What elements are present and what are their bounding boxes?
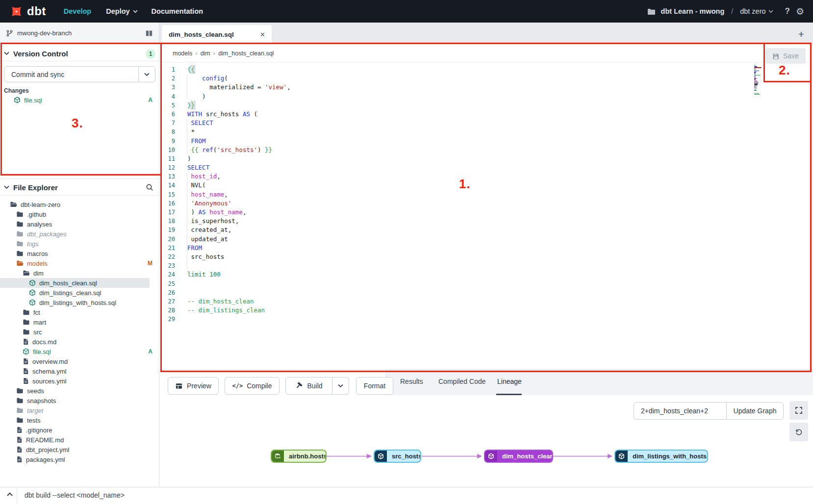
lineage-node-src-hosts[interactable]: src_hosts (374, 450, 421, 463)
dbt-logo[interactable]: dbt (10, 4, 46, 18)
tree-item-models[interactable]: modelsM (0, 258, 159, 268)
tree-item-fct[interactable]: fct (0, 307, 159, 317)
format-button[interactable]: Format (356, 377, 393, 395)
tree-item-dim-listings-clean-sql[interactable]: dim_listings_clean.sql (0, 288, 159, 298)
code-line[interactable]: 15 host_name, (159, 190, 807, 199)
code-line[interactable]: 6WITH src_hosts AS ( (159, 110, 807, 119)
tree-item-logs[interactable]: logs (0, 239, 159, 249)
nav-item-documentation[interactable]: Documentation (152, 7, 203, 15)
code-line[interactable]: 17 ) AS host_name, (159, 208, 807, 217)
tab-compiled-code[interactable]: Compiled Code (438, 378, 486, 385)
code-line[interactable]: 9 FROM (159, 137, 807, 146)
help-icon[interactable]: ? (785, 6, 790, 16)
chevron-down-icon[interactable] (4, 185, 9, 189)
tab-lineage[interactable]: Lineage (497, 378, 522, 385)
chevron-down-icon[interactable] (139, 73, 155, 76)
commit-and-sync-button[interactable]: Commit and sync (4, 66, 155, 82)
tree-item-dbt-packages[interactable]: dbt_packages (0, 229, 159, 239)
code-line[interactable]: 8 * (159, 127, 807, 136)
code-line[interactable]: 7 SELECT (159, 119, 807, 127)
build-button[interactable]: Build (285, 377, 332, 395)
tree-item--gitignore[interactable]: .gitignore (0, 425, 159, 435)
save-button[interactable]: Save (765, 48, 806, 64)
code-line[interactable]: 16 'Anonymous' (159, 199, 807, 208)
code-line[interactable]: 1{{ (159, 65, 807, 74)
tree-item-dim-hosts-clean-sql[interactable]: dim_hosts_clean.sql (0, 278, 150, 288)
code-line[interactable]: 18 is_superhost, (159, 217, 807, 226)
search-icon[interactable] (146, 183, 153, 191)
nav-item-develop[interactable]: Develop (64, 7, 91, 15)
tree-item-dbt-learn-zero[interactable]: dbt-learn-zero (0, 200, 159, 209)
code-line[interactable]: 29 (159, 315, 807, 324)
lineage-canvas[interactable]: 2+dim_hosts_clean+2 Update Graph (159, 395, 813, 487)
tree-item-sources-yml[interactable]: sources.yml (0, 376, 159, 386)
code-line[interactable]: 3 materialized = 'view', (159, 83, 807, 92)
code-line[interactable]: 2 config( (159, 74, 807, 83)
nav-item-deploy[interactable]: Deploy (106, 7, 137, 15)
breadcrumb-item[interactable]: models (173, 50, 192, 57)
gear-icon[interactable]: ⚙ (796, 6, 804, 17)
preview-button[interactable]: Preview (168, 377, 219, 395)
project-selector[interactable]: dbt zero (740, 7, 773, 15)
table-grid-icon (175, 382, 183, 390)
code-line[interactable]: 25 (159, 279, 807, 288)
close-icon[interactable]: × (260, 30, 265, 39)
new-tab-button[interactable]: + (794, 27, 809, 42)
changed-file-row[interactable]: file.sql A (0, 95, 159, 105)
code-line[interactable]: 23 (159, 261, 807, 270)
code-line[interactable]: 28-- dim_listings_clean (159, 306, 807, 315)
lineage-node-airbnb-hosts[interactable]: airbnb.hosts (271, 450, 327, 463)
chevron-down-icon[interactable] (4, 51, 9, 55)
code-line[interactable]: 27-- dim_hosts_clean (159, 297, 807, 306)
code-area[interactable]: 1{{2 config(3 materialized = 'view',4 )5… (159, 65, 807, 324)
tree-item-dim[interactable]: dim (0, 268, 159, 278)
code-line[interactable]: 14 NVL( (159, 181, 807, 190)
code-text: * (175, 127, 195, 136)
code-line[interactable]: 24limit 100 (159, 270, 807, 279)
code-line[interactable]: 10 {{ ref('src_hosts') }} (159, 146, 807, 154)
tree-item-mart[interactable]: mart (0, 317, 159, 327)
minimap[interactable] (754, 65, 767, 100)
breadcrumb-item[interactable]: dim_hosts_clean.sql (218, 50, 274, 57)
tree-item-overview-md[interactable]: overview.md (0, 356, 159, 366)
compile-button[interactable]: </> Compile (225, 377, 279, 395)
tree-item-packages-yml[interactable]: packages.yml (0, 454, 159, 464)
tree-item-docs-md[interactable]: docs.md (0, 337, 159, 347)
tree-item-seeds[interactable]: seeds (0, 386, 159, 396)
tree-item-label: docs.md (32, 338, 56, 346)
code-line[interactable]: 13 host_id, (159, 172, 807, 181)
build-options-chevron[interactable] (332, 377, 349, 395)
tree-item--github[interactable]: .github (0, 209, 159, 219)
tree-item-readme-md[interactable]: README.md (0, 435, 159, 445)
code-line[interactable]: 19 created_at, (159, 226, 807, 234)
tree-item-snapshots[interactable]: snapshots (0, 396, 159, 405)
lineage-node-dim-listings-with-hosts[interactable]: dim_listings_with_hosts (614, 450, 708, 463)
tree-item-macros[interactable]: macros (0, 249, 159, 258)
code-line[interactable]: 26 (159, 288, 807, 297)
breadcrumb-item[interactable]: dim (201, 50, 210, 57)
tree-item-src[interactable]: src (0, 327, 159, 337)
branch-name[interactable]: mwong-dev-branch (17, 29, 72, 37)
code-line[interactable]: 21FROM (159, 244, 807, 252)
lineage-node-dim-hosts-clean[interactable]: dim_hosts_clean (484, 450, 553, 463)
code-line[interactable]: 20 updated_at (159, 235, 807, 244)
tab-results[interactable]: Results (400, 378, 423, 385)
code-line[interactable]: 12SELECT (159, 163, 807, 172)
tree-item-target[interactable]: target (0, 405, 159, 415)
tree-item-analyses[interactable]: analyses (0, 219, 159, 229)
tab-dim-hosts-clean[interactable]: dim_hosts_clean.sql × (162, 25, 272, 44)
tree-item-tests[interactable]: tests (0, 415, 159, 425)
code-line[interactable]: 22 src_hosts (159, 252, 807, 261)
chevron-up-icon[interactable] (6, 491, 14, 497)
code-line[interactable]: 5}} (159, 101, 807, 110)
tree-item-dbt-project-yml[interactable]: dbt_project.yml (0, 445, 159, 454)
docs-panel-icon[interactable] (145, 29, 153, 37)
code-line[interactable]: 4 ) (159, 92, 807, 101)
tree-item-dim-listings-with-hosts-sql[interactable]: dim_listings_with_hosts.sql (0, 298, 159, 307)
line-number: 23 (159, 261, 175, 270)
code-line[interactable]: 11) (159, 154, 807, 163)
account-name[interactable]: dbt Learn - mwong (661, 7, 725, 15)
tree-item-schema-yml[interactable]: schema.yml (0, 366, 159, 376)
tree-item-file-sql[interactable]: file.sqlA (0, 347, 159, 356)
command-input[interactable]: dbt build --select <model_name> (25, 491, 125, 499)
